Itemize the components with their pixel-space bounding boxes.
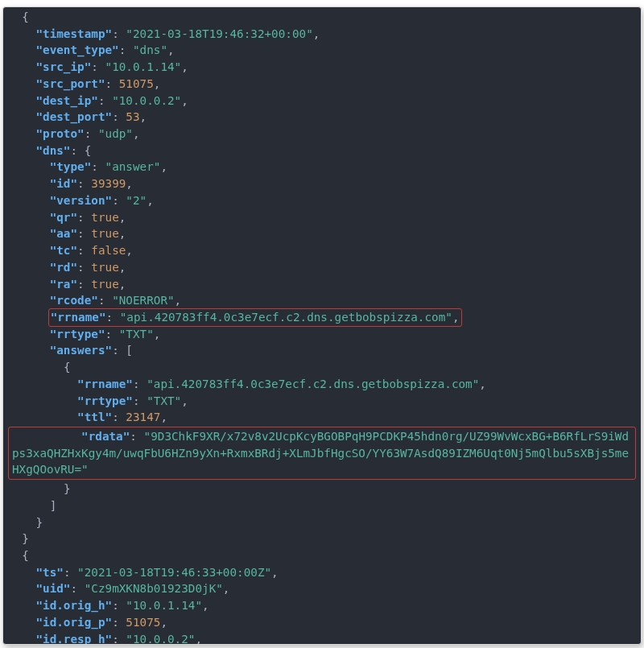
json-key: "tc" — [50, 244, 77, 257]
json-key: "src_ip" — [35, 60, 91, 73]
json-key: "aa" — [50, 227, 77, 240]
json-key: "proto" — [35, 127, 84, 140]
json-string: "api.420783ff4.0c3e7ecf.c2.dns.getbobspi… — [147, 378, 479, 390]
json-string: "10.0.0.2" — [126, 633, 195, 645]
json-string: "api.420783ff4.0c3e7ecf.c2.dns.getbobspi… — [120, 311, 452, 324]
json-key: "uid" — [35, 582, 70, 595]
json-string: "2021-03-18T19:46:32+00:00" — [126, 27, 312, 40]
json-key: "rrname" — [77, 378, 133, 390]
json-key: "event_type" — [35, 43, 118, 56]
json-bool: true — [91, 278, 118, 291]
json-number: 51075 — [126, 616, 160, 629]
json-string: "TXT" — [147, 394, 181, 407]
json-string: "10.0.1.14" — [126, 599, 202, 612]
json-bool: true — [91, 211, 118, 224]
json-key: "ra" — [50, 278, 77, 291]
json-key: "id.orig_p" — [35, 616, 112, 629]
json-string: "NOERROR" — [112, 294, 174, 307]
json-string: "10.0.1.14" — [105, 60, 182, 73]
json-string: "Cz9mXKN8b01923D0jK" — [85, 582, 223, 595]
json-key: "ts" — [35, 566, 63, 579]
json-key: "dest_port" — [35, 110, 112, 123]
json-key: "rrtype" — [50, 328, 105, 341]
highlight-rdata: "rdata": "9D3ChkF9XR/x72v8v2UcpKcyBGOBPq… — [8, 427, 636, 480]
json-string: "dns" — [133, 43, 167, 56]
json-number: 53 — [126, 110, 139, 123]
json-key: "rd" — [50, 261, 77, 274]
json-string: "TXT" — [119, 328, 154, 341]
json-bool: false — [91, 244, 126, 257]
json-key: "version" — [50, 194, 112, 207]
json-key: "rcode" — [50, 294, 98, 307]
json-bool: true — [91, 227, 118, 240]
json-string: "answer" — [105, 160, 161, 173]
json-key: "rdata" — [81, 430, 130, 443]
json-key: "id.orig_h" — [35, 599, 112, 612]
json-string: "10.0.0.2" — [112, 94, 181, 107]
json-key: "src_port" — [35, 77, 105, 90]
code-panel: { "timestamp": "2021-03-18T19:46:32+00:0… — [2, 6, 642, 645]
json-log-output: { "timestamp": "2021-03-18T19:46:32+00:0… — [8, 9, 636, 645]
json-key: "id" — [50, 177, 77, 190]
json-string: "udp" — [98, 127, 133, 140]
json-string: "2021-03-18T19:46:33+00:00Z" — [77, 566, 271, 579]
json-key: "ttl" — [77, 411, 112, 423]
json-key: "dns" — [35, 144, 70, 157]
json-key: "id.resp_h" — [35, 633, 112, 645]
json-number: 23147 — [126, 411, 160, 423]
json-key: "type" — [50, 160, 92, 173]
json-key: "answers" — [50, 344, 112, 357]
json-key: "qr" — [50, 211, 77, 224]
json-number: 51075 — [119, 77, 154, 90]
json-string: "2" — [126, 194, 147, 207]
highlight-rrname: "rrname": "api.420783ff4.0c3e7ecf.c2.dns… — [48, 308, 462, 327]
json-key: "timestamp" — [35, 27, 112, 40]
json-number: 39399 — [91, 177, 126, 190]
json-bool: true — [91, 261, 118, 274]
json-key: "rrname" — [51, 311, 106, 324]
json-key: "dest_ip" — [35, 94, 97, 107]
json-key: "rrtype" — [77, 394, 133, 407]
